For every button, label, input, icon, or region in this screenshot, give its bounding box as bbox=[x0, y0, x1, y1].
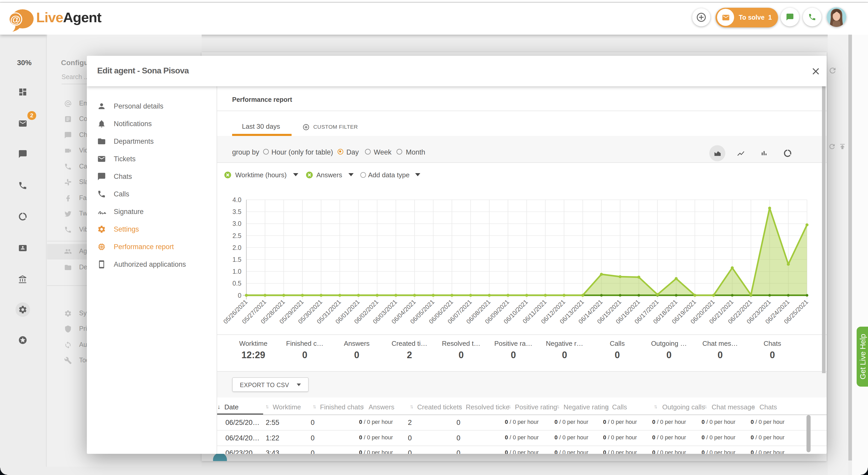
svg-text:3.5: 3.5 bbox=[232, 208, 241, 215]
svg-text:0: 0 bbox=[238, 292, 241, 299]
svg-text:@: @ bbox=[10, 13, 21, 25]
svg-text:1.0: 1.0 bbox=[232, 268, 241, 275]
svg-text:2.5: 2.5 bbox=[232, 232, 241, 239]
svg-text:4.0: 4.0 bbox=[232, 196, 241, 203]
svg-text:2.0: 2.0 bbox=[232, 244, 241, 251]
svg-text:1.5: 1.5 bbox=[232, 256, 241, 263]
svg-text:0.5: 0.5 bbox=[232, 280, 241, 287]
svg-text:3.0: 3.0 bbox=[232, 220, 241, 227]
